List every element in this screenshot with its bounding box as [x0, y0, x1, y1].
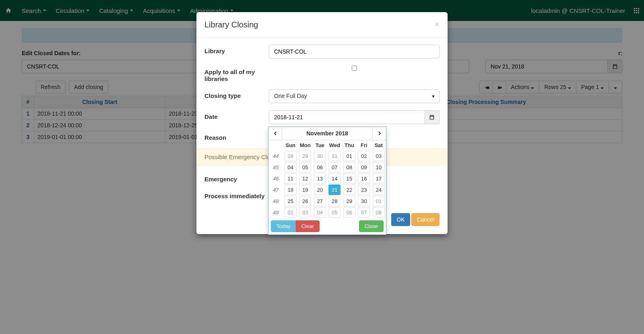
date-label: Date — [204, 110, 269, 120]
dow-label: Sat — [372, 140, 386, 150]
modal-overlay: Library Closing × Library Apply to all o… — [0, 0, 644, 150]
reason-label: Reason — [204, 131, 269, 141]
dow-label: Wed — [327, 140, 342, 150]
closing-type-select[interactable]: One Full Day — [269, 89, 440, 103]
modal-title: Library Closing — [204, 20, 258, 29]
dow-label: Mon — [298, 140, 313, 150]
library-closing-modal: Library Closing × Library Apply to all o… — [196, 12, 448, 150]
library-input[interactable] — [269, 45, 440, 58]
date-input[interactable] — [269, 110, 425, 124]
prev-month-button[interactable] — [268, 127, 282, 140]
apply-all-checkbox[interactable] — [352, 66, 357, 71]
dow-label: Thu — [342, 140, 357, 150]
library-label: Library — [204, 45, 269, 54]
closing-type-label: Closing type — [204, 89, 269, 99]
dow-label: Fri — [357, 140, 372, 150]
close-icon[interactable]: × — [434, 19, 440, 30]
calendar-icon[interactable] — [425, 110, 440, 124]
dow-label: Tue — [313, 140, 328, 150]
datepicker: November 2018 SunMonTueWedThuFriSat 4428… — [268, 127, 386, 150]
datepicker-title[interactable]: November 2018 — [282, 127, 372, 140]
apply-all-label: Apply to all of my libraries — [204, 66, 269, 82]
next-month-button[interactable] — [372, 127, 386, 140]
dow-label: Sun — [283, 140, 298, 150]
